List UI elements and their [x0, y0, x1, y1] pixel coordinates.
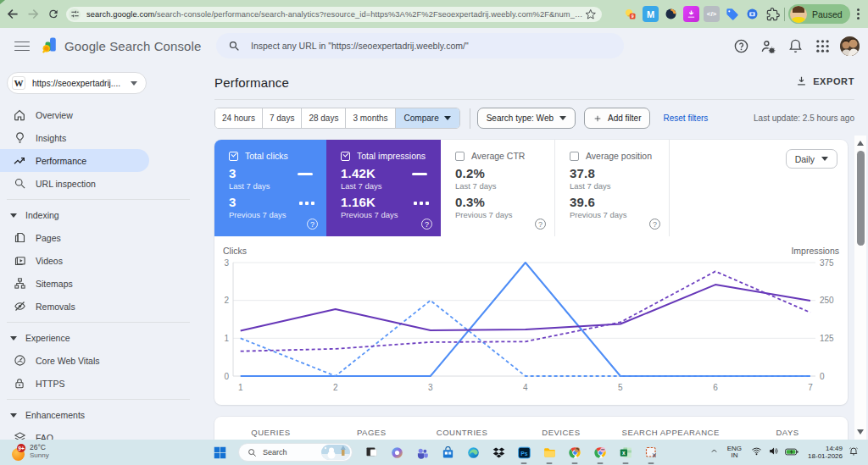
hamburger-menu-icon[interactable]	[14, 42, 30, 52]
address-bar[interactable]: search.google.com/search-console/perform…	[66, 7, 602, 22]
help-icon[interactable]: ?	[535, 219, 546, 230]
extension-downloader-icon[interactable]	[683, 6, 699, 22]
interval-dropdown[interactable]: Daily	[786, 149, 837, 169]
extensions-puzzle-icon[interactable]	[765, 6, 781, 22]
sidebar-item-performance[interactable]: Performance	[0, 149, 149, 172]
metric-average-position[interactable]: Average position 37.8 Last 7 days 39.6 P…	[555, 140, 670, 236]
collapse-caret-icon	[10, 336, 17, 340]
plus-icon	[593, 114, 602, 123]
chrome-profile2-icon[interactable]	[593, 440, 607, 464]
sidebar-section-experience[interactable]: Experience	[0, 327, 203, 349]
taskbar-clock[interactable]: 14:49 18-01-2026	[808, 445, 843, 461]
excel-icon[interactable]: x	[619, 440, 632, 464]
account-avatar[interactable]	[840, 36, 860, 56]
start-button[interactable]	[213, 440, 226, 464]
apps-grid-icon[interactable]	[813, 37, 832, 56]
file-explorer-icon[interactable]	[542, 440, 556, 464]
wifi-icon[interactable]	[751, 445, 762, 460]
snipping-tool-icon[interactable]	[644, 440, 658, 464]
extension-m-icon[interactable]: M	[643, 6, 659, 22]
title-divider	[214, 99, 854, 100]
filter-bar: 24 hours 7 days 28 days 3 months Compare…	[214, 108, 854, 129]
compare-button[interactable]: Compare	[395, 108, 459, 128]
notification-bell-icon[interactable]	[849, 445, 859, 460]
search-type-chip[interactable]: Search type: Web	[477, 108, 576, 129]
sidebar-item-url-inspection[interactable]: URL inspection	[0, 172, 203, 195]
help-icon[interactable]: ?	[649, 219, 660, 230]
add-filter-chip[interactable]: Add filter	[584, 108, 650, 129]
range-28-days[interactable]: 28 days	[301, 108, 345, 128]
notifications-bell-icon[interactable]	[786, 37, 804, 56]
range-7-days[interactable]: 7 days	[262, 108, 301, 128]
copilot-icon[interactable]	[390, 440, 403, 464]
performance-chart[interactable]: ClicksImpressions012301252503751234567	[214, 236, 848, 405]
extension-code-icon[interactable]: </>	[704, 6, 720, 22]
range-24-hours[interactable]: 24 hours	[215, 108, 262, 128]
taskbar-weather[interactable]: 9+ 26°C Sunny	[12, 442, 49, 461]
sidebar-item-insights[interactable]: Insights	[0, 126, 203, 149]
search-console-logo	[41, 36, 59, 58]
sidebar-item-videos[interactable]: Videos	[0, 249, 203, 272]
scroll-up-icon[interactable]	[854, 137, 866, 149]
language-indicator[interactable]: ENG IN	[727, 446, 742, 460]
bookmark-star-icon[interactable]	[585, 8, 596, 20]
sidebar-section-indexing[interactable]: Indexing	[0, 204, 203, 226]
reset-filters-link[interactable]: Reset filters	[663, 113, 708, 123]
taskbar-search[interactable]: Search	[238, 443, 353, 462]
sidebar-section-enhancements[interactable]: Enhancements	[0, 404, 203, 426]
search-icon	[228, 40, 241, 53]
tray-chevron-icon[interactable]	[710, 447, 718, 457]
edge-icon[interactable]	[466, 440, 480, 464]
scroll-down-icon[interactable]	[854, 426, 866, 438]
back-button[interactable]	[7, 3, 19, 25]
volume-icon[interactable]	[768, 445, 779, 460]
export-button[interactable]: EXPORT	[796, 75, 854, 86]
settings-user-icon[interactable]	[759, 37, 777, 56]
position-last-value: 37.8	[570, 167, 669, 180]
site-settings-icon[interactable]	[69, 8, 81, 20]
sidebar-item-sitemaps[interactable]: Sitemaps	[0, 272, 203, 295]
sidebar-item-pages[interactable]: Pages	[0, 226, 203, 249]
help-icon[interactable]	[732, 37, 750, 56]
sidebar-item-https[interactable]: HTTPS	[0, 372, 203, 395]
sidebar-item-core-web-vitals[interactable]: Core Web Vitals	[0, 349, 203, 372]
metric-total-clicks[interactable]: Total clicks 3 Last 7 days 3 Previous 7 …	[214, 140, 326, 236]
task-view-icon[interactable]	[364, 440, 378, 464]
help-icon[interactable]: ?	[307, 219, 318, 230]
weather-temp: 26°C	[30, 444, 49, 452]
sidebar-item-removals[interactable]: Removals	[0, 295, 203, 318]
extension-camera-icon[interactable]	[744, 6, 760, 22]
chrome-profile1-icon[interactable]	[568, 440, 581, 464]
url-inspect-searchbox[interactable]: Inspect any URL in "https://seoexpertadr…	[216, 33, 624, 58]
property-selector[interactable]: W https://seoexpertadrij....	[7, 72, 147, 94]
photoshop-icon[interactable]: Ps	[517, 440, 531, 464]
extension-moz-icon[interactable]	[663, 6, 679, 22]
impressions-checkbox[interactable]	[341, 152, 350, 161]
browser-menu-icon[interactable]	[857, 8, 860, 19]
ctr-checkbox[interactable]	[455, 152, 465, 161]
position-checkbox[interactable]	[570, 152, 579, 161]
main-content: Performance EXPORT 24 hours 7 days 28 da…	[203, 64, 868, 440]
reload-button[interactable]	[47, 3, 59, 25]
forward-button[interactable]	[27, 3, 39, 25]
teams-icon[interactable]	[415, 440, 429, 464]
sidebar-item-overview[interactable]: Overview	[0, 103, 203, 126]
help-icon[interactable]: ?	[421, 219, 432, 230]
url-text[interactable]: search.google.com/search-console/perform…	[86, 10, 585, 19]
scrollbar-thumb[interactable]	[857, 151, 865, 246]
extension-lightbulb-icon[interactable]: 9	[622, 6, 638, 22]
clicks-checkbox[interactable]	[229, 152, 238, 161]
dashed-line-legend	[299, 202, 315, 205]
dropbox-icon[interactable]	[492, 440, 505, 464]
battery-icon[interactable]	[785, 445, 798, 460]
profile-status-label: Paused	[812, 9, 843, 19]
range-3-months[interactable]: 3 months	[345, 108, 394, 128]
url-path: /search-console/performance/search-analy…	[154, 10, 584, 19]
microsoft-store-icon[interactable]	[441, 440, 454, 464]
header-icons	[732, 28, 860, 64]
extension-tag-icon[interactable]	[724, 6, 740, 22]
metric-average-ctr[interactable]: Average CTR 0.2% Last 7 days 0.3% Previo…	[441, 140, 555, 236]
page-scrollbar[interactable]	[854, 136, 866, 440]
profile-chip[interactable]: Paused	[788, 4, 850, 24]
metric-total-impressions[interactable]: Total impressions 1.42K Last 7 days 1.16…	[326, 140, 441, 236]
